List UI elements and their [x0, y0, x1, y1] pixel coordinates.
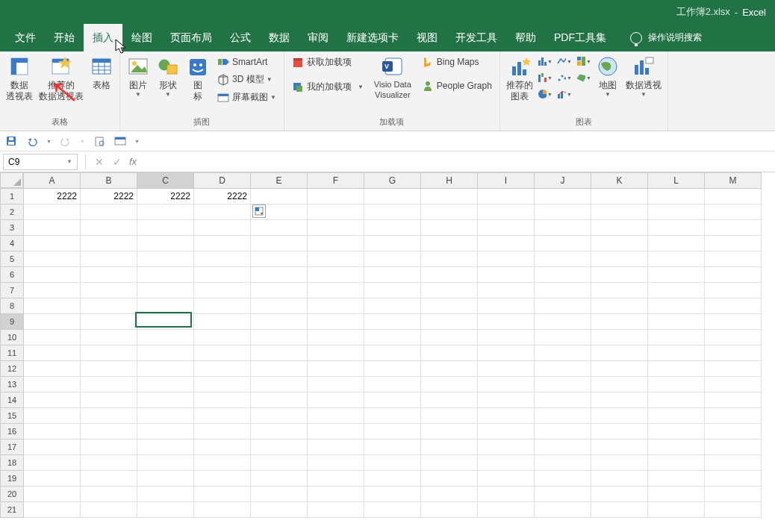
cell[interactable] [137, 502, 194, 518]
cell[interactable] [194, 283, 251, 298]
cell[interactable] [535, 236, 591, 251]
cell[interactable] [421, 283, 478, 298]
cell[interactable] [364, 486, 421, 502]
cell[interactable] [194, 361, 251, 377]
cell[interactable] [194, 502, 251, 518]
cell[interactable] [478, 236, 535, 251]
column-header[interactable]: C [137, 173, 194, 189]
row-header[interactable]: 4 [1, 236, 24, 251]
cell[interactable] [194, 377, 251, 392]
cell[interactable] [24, 377, 81, 392]
cell[interactable] [648, 283, 705, 298]
cell[interactable]: 2222 [194, 189, 251, 204]
tab-formulas[interactable]: 公式 [221, 24, 260, 51]
cell[interactable] [421, 361, 478, 377]
cell[interactable] [364, 471, 421, 486]
cell[interactable] [364, 455, 421, 471]
cell[interactable] [535, 455, 591, 471]
cell[interactable] [308, 377, 364, 392]
cell[interactable] [648, 251, 705, 267]
cell[interactable] [421, 189, 478, 204]
cell[interactable] [478, 345, 535, 361]
cell[interactable] [137, 236, 194, 251]
tab-home[interactable]: 开始 [45, 24, 84, 51]
cell[interactable] [308, 189, 364, 204]
tab-insert[interactable]: 插入 [84, 24, 122, 51]
undo-button[interactable] [25, 134, 39, 148]
cell[interactable] [251, 408, 308, 424]
cell[interactable] [364, 377, 421, 392]
chart-scatter-button[interactable]: ▼ [557, 71, 572, 84]
cell[interactable] [24, 345, 81, 361]
cell[interactable] [421, 251, 478, 267]
cell[interactable] [478, 189, 535, 204]
cell[interactable] [24, 361, 81, 377]
cell[interactable] [308, 392, 364, 408]
cell[interactable] [308, 424, 364, 439]
cell[interactable] [705, 471, 762, 486]
cell[interactable] [478, 267, 535, 283]
cell[interactable] [137, 424, 194, 439]
cell[interactable] [591, 439, 648, 455]
cell[interactable] [24, 251, 81, 267]
cell[interactable] [81, 298, 137, 314]
cell[interactable] [194, 314, 251, 330]
formula-input[interactable] [140, 154, 775, 170]
cell[interactable] [535, 408, 591, 424]
cell[interactable] [535, 220, 591, 236]
cell[interactable]: 2222 [81, 189, 137, 204]
smart-tag-button[interactable] [252, 204, 266, 218]
cell[interactable] [648, 361, 705, 377]
row-header[interactable]: 3 [1, 220, 24, 236]
pivotchart-button[interactable]: 数据透视 ▼ [623, 53, 664, 99]
column-header[interactable]: G [364, 173, 421, 189]
cell[interactable] [137, 204, 194, 220]
cell[interactable] [591, 502, 648, 518]
cell[interactable] [648, 408, 705, 424]
cell[interactable] [308, 471, 364, 486]
cell[interactable] [591, 455, 648, 471]
cell[interactable] [705, 236, 762, 251]
cell[interactable] [251, 361, 308, 377]
cell[interactable] [308, 314, 364, 330]
cell[interactable] [24, 424, 81, 439]
row-header[interactable]: 18 [1, 455, 24, 471]
cell[interactable] [137, 267, 194, 283]
cell[interactable] [81, 283, 137, 298]
cell[interactable] [194, 424, 251, 439]
cell[interactable] [308, 236, 364, 251]
cell[interactable] [478, 251, 535, 267]
chart-pie-button[interactable]: ▼ [538, 87, 553, 101]
cell[interactable] [364, 392, 421, 408]
cell[interactable] [705, 361, 762, 377]
cell[interactable] [251, 502, 308, 518]
cell[interactable] [308, 455, 364, 471]
cell[interactable] [251, 392, 308, 408]
cell[interactable] [591, 189, 648, 204]
cell[interactable] [194, 345, 251, 361]
column-header[interactable]: H [421, 173, 478, 189]
cell[interactable] [364, 298, 421, 314]
cell[interactable] [24, 314, 81, 330]
cell[interactable] [421, 298, 478, 314]
cell[interactable] [535, 471, 591, 486]
cell[interactable] [194, 486, 251, 502]
tab-file[interactable]: 文件 [6, 24, 45, 51]
cell[interactable] [81, 377, 137, 392]
tab-view[interactable]: 视图 [408, 24, 446, 51]
row-header[interactable]: 9 [1, 314, 24, 330]
cell[interactable] [648, 314, 705, 330]
cancel-formula-button[interactable]: ✕ [90, 154, 108, 170]
cell[interactable] [81, 408, 137, 424]
cell[interactable] [591, 283, 648, 298]
pictures-button[interactable]: 图片 ▼ [123, 53, 153, 99]
cell[interactable] [308, 408, 364, 424]
cell[interactable] [364, 204, 421, 220]
cell[interactable] [81, 424, 137, 439]
cell[interactable] [137, 439, 194, 455]
cell[interactable] [535, 486, 591, 502]
cell[interactable] [705, 220, 762, 236]
cell[interactable] [308, 502, 364, 518]
qat-button-4[interactable] [113, 134, 127, 148]
cell[interactable] [705, 486, 762, 502]
